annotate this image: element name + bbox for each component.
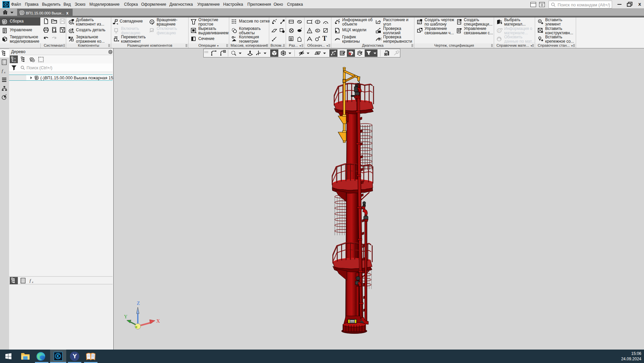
- svg-text:f: f: [30, 278, 32, 283]
- svg-text:f: f: [2, 68, 4, 73]
- svg-text:11: 11: [14, 57, 16, 59]
- svg-text:X: X: [156, 318, 160, 324]
- svg-text:?: ?: [379, 21, 381, 24]
- svg-text:Z: Z: [137, 300, 140, 306]
- svg-text:Y: Y: [124, 314, 127, 319]
- svg-text:?: ?: [338, 21, 340, 24]
- svg-text:G?: G?: [378, 37, 381, 41]
- svg-text:12: 12: [14, 61, 16, 63]
- svg-text:R: R: [317, 29, 319, 33]
- svg-text:i: i: [498, 29, 499, 33]
- svg-text:x: x: [32, 280, 33, 284]
- svg-text:x: x: [4, 71, 5, 74]
